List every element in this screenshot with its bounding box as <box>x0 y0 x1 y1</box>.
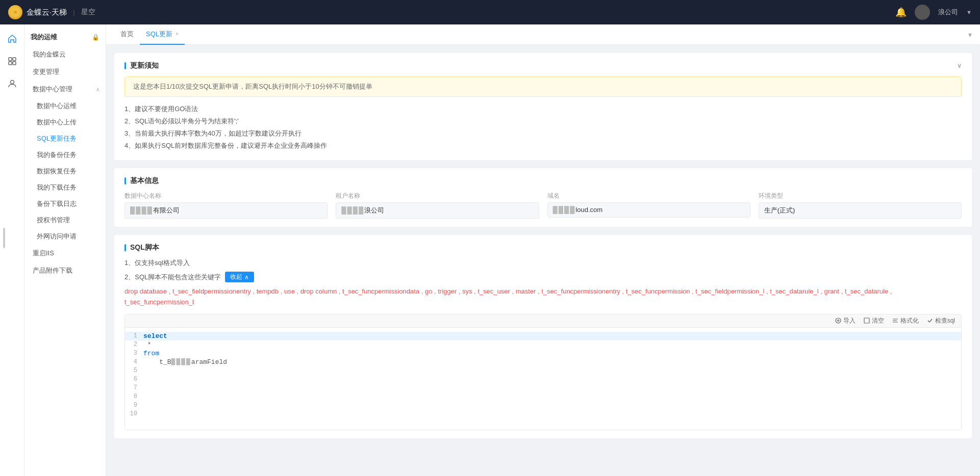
basic-info-section: 基本信息 数据中心名称 ████有限公司 租户名称 ████浪公司 <box>114 168 972 227</box>
domain-label: 域名 <box>547 192 750 200</box>
sidebar-item-home[interactable] <box>2 29 22 49</box>
line-num-3: 3 <box>125 350 143 357</box>
line-content-4: t_B████aramField <box>143 358 227 366</box>
sidebar-item-user[interactable] <box>2 73 22 94</box>
code-line-9: 9 <box>125 401 961 410</box>
sidebar-title: 我的运维 <box>31 33 57 42</box>
sidebar-label-backup-log: 备份下载日志 <box>37 200 77 207</box>
svg-rect-2 <box>13 58 16 61</box>
code-line-10: 10 <box>125 410 961 418</box>
tab-home[interactable]: 首页 <box>114 24 140 45</box>
sidebar: 我的运维 🔒 我的金蝶云 变更管理 数据中心管理 ∧ 数据中心运维 数据中心上传… <box>24 24 106 476</box>
notification-bell-icon[interactable]: 🔔 <box>895 7 907 18</box>
sidebar-item-datacenter-mgmt[interactable]: 数据中心管理 ∧ <box>24 81 106 98</box>
collapse-button[interactable]: 收起 ∧ <box>225 272 254 282</box>
clear-btn[interactable]: 清空 <box>864 316 884 325</box>
sidebar-label-sql-update: SQL更新任务 <box>37 135 77 142</box>
user-dropdown-icon[interactable]: ▼ <box>966 9 972 15</box>
sidebar-item-product-download[interactable]: 产品附件下载 <box>24 262 106 279</box>
tab-sql-update-label: SQL更新 <box>146 30 172 39</box>
clear-btn-label: 清空 <box>872 316 884 325</box>
code-line-1: 1 select <box>125 332 961 340</box>
import-btn[interactable]: 导入 <box>835 316 856 325</box>
sidebar-item-change-mgmt[interactable]: 变更管理 <box>24 63 106 81</box>
sidebar-lock-icon: 🔒 <box>92 34 99 41</box>
logo-icon <box>8 5 22 19</box>
format-btn[interactable]: 格式化 <box>892 316 919 325</box>
sql-script-title-text: SQL脚本 <box>130 243 159 252</box>
notice-section: 更新须知 ∨ 这是您本日1/10次提交SQL更新申请，距离SQL执行时间小于10… <box>114 53 972 160</box>
tab-sql-update[interactable]: SQL更新 × <box>140 24 185 45</box>
sql-keywords-row: 2、SQL脚本不能包含这些关键字 收起 ∧ <box>124 272 962 282</box>
main-layout: 我的运维 🔒 我的金蝶云 变更管理 数据中心管理 ∧ 数据中心运维 数据中心上传… <box>0 24 980 476</box>
info-datacenter-name: 数据中心名称 ████有限公司 <box>124 192 328 219</box>
notice-item-4: 4、如果执行SQL前对数据库完整备份，建议避开本企业业务高峰操作 <box>124 140 962 152</box>
check-sql-btn[interactable]: 检查sql <box>927 316 955 325</box>
sidebar-item-sql-update[interactable]: SQL更新任务 <box>24 130 106 147</box>
sidebar-item-backup-log[interactable]: 备份下载日志 <box>24 196 106 212</box>
content-area: 首页 SQL更新 × ▾ 更新须知 ∨ 这是您本日1/10次提交SQL更新申请，… <box>106 24 980 476</box>
chevron-up-icon: ∧ <box>96 87 99 92</box>
sidebar-item-download-task[interactable]: 我的下载任务 <box>24 179 106 196</box>
sidebar-header: 我的运维 🔒 <box>24 29 106 46</box>
line-num-4: 4 <box>125 358 143 366</box>
svg-rect-4 <box>13 62 16 65</box>
datacenter-name-value: ████有限公司 <box>124 202 328 219</box>
tenant-name-value: ████浪公司 <box>336 202 539 219</box>
sidebar-label-datacenter-upload: 数据中心上传 <box>37 118 77 126</box>
check-sql-btn-label: 检查sql <box>935 316 955 325</box>
code-line-8: 8 <box>125 392 961 401</box>
notice-item-1: 1、建议不要使用GO语法 <box>124 103 962 115</box>
notice-toggle-icon[interactable]: ∨ <box>957 62 962 69</box>
sidebar-label-restart-iis: 重启IIS <box>33 249 54 258</box>
tenant-name-label: 租户名称 <box>336 192 539 200</box>
line-num-8: 8 <box>125 393 143 401</box>
sql-script-section-title: SQL脚本 <box>124 243 962 252</box>
notice-banner: 这是您本日1/10次提交SQL更新申请，距离SQL执行时间小于10分钟不可撤销提… <box>124 76 962 97</box>
sidebar-item-datacenter-upload[interactable]: 数据中心上传 <box>24 114 106 130</box>
tab-bar: 首页 SQL更新 × ▾ <box>106 24 980 45</box>
sidebar-label-product-download: 产品附件下载 <box>33 266 72 275</box>
line-content-2: * <box>143 341 152 349</box>
title-divider: | <box>73 9 74 16</box>
sidebar-item-apps[interactable] <box>2 51 22 71</box>
tab-dropdown-icon[interactable]: ▾ <box>968 31 972 39</box>
code-line-2: 2 * <box>125 340 961 349</box>
sidebar-item-backup-task[interactable]: 我的备份任务 <box>24 147 106 163</box>
avatar[interactable] <box>915 5 930 20</box>
info-grid: 数据中心名称 ████有限公司 租户名称 ████浪公司 域名 <box>124 192 962 219</box>
drag-handle[interactable] <box>3 228 5 248</box>
sidebar-label-my-kingdee: 我的金蝶云 <box>33 50 66 59</box>
info-env-type: 环境类型 生产(正式) <box>759 192 962 219</box>
sql-editor-body[interactable]: 1 select 2 * 3 from <box>125 328 961 430</box>
notice-list: 1、建议不要使用GO语法 2、SQL语句必须以半角分号为结束符';' 3、当前最… <box>124 103 962 152</box>
sql-editor: 导入 清空 格式化 检查sql <box>124 314 962 430</box>
svg-rect-3 <box>9 62 12 65</box>
sidebar-item-datacenter-ops[interactable]: 数据中心运维 <box>24 98 106 114</box>
tab-home-label: 首页 <box>120 30 134 39</box>
notice-item-3: 3、当前最大执行脚本字数为40万，如超过字数建议分开执行 <box>124 127 962 140</box>
sidebar-label-download-task: 我的下载任务 <box>37 183 77 191</box>
tab-close-icon[interactable]: × <box>175 31 179 37</box>
sidebar-item-data-restore[interactable]: 数据恢复任务 <box>24 163 106 179</box>
sidebar-item-cert-mgmt[interactable]: 授权书管理 <box>24 212 106 228</box>
sidebar-item-restart-iis[interactable]: 重启IIS <box>24 245 106 262</box>
sidebar-item-external-access[interactable]: 外网访问申请 <box>24 228 106 245</box>
line-num-6: 6 <box>125 376 143 383</box>
line-num-1: 1 <box>125 332 143 340</box>
sidebar-item-my-kingdee[interactable]: 我的金蝶云 <box>24 46 106 63</box>
notice-section-title: 更新须知 ∨ <box>124 61 962 70</box>
sql-script-section: SQL脚本 1、仅支持sql格式导入 2、SQL脚本不能包含这些关键字 收起 ∧… <box>114 235 972 438</box>
domain-value: ████loud.com <box>547 202 750 218</box>
sql-editor-toolbar: 导入 清空 格式化 检查sql <box>125 314 961 328</box>
code-line-4: 4 t_B████aramField <box>125 358 961 366</box>
svg-rect-1 <box>9 58 12 61</box>
svg-rect-9 <box>864 318 869 323</box>
line-num-10: 10 <box>125 410 143 418</box>
nav-brand: 金蝶云·天梯 | 星空 <box>8 5 95 19</box>
code-line-7: 7 <box>125 384 961 392</box>
nav-right: 🔔 浪公司 ▼ <box>895 5 972 20</box>
collapse-arrow-icon: ∧ <box>244 274 249 281</box>
format-btn-label: 格式化 <box>900 316 919 325</box>
top-navigation: 金蝶云·天梯 | 星空 🔔 浪公司 ▼ <box>0 0 980 24</box>
